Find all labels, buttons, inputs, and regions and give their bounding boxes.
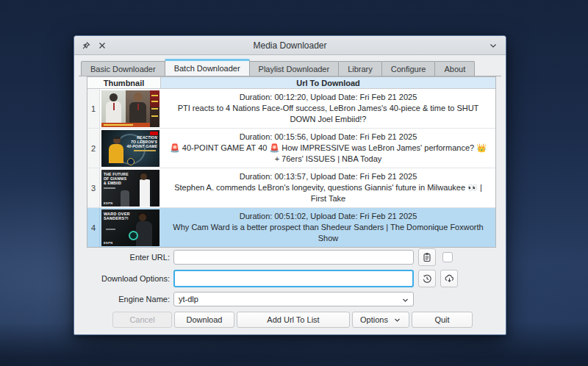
column-header-url[interactable]: Url To Download <box>161 77 495 88</box>
tab-label: Basic Downloader <box>90 65 156 73</box>
batch-table: Thumbnail Url To Download 1 <box>87 76 496 248</box>
tab-label: Batch Downloader <box>174 64 240 73</box>
chevron-down-icon <box>401 296 409 304</box>
video-thumbnail-pti <box>101 90 159 127</box>
espn-logo: ESPN <box>104 201 113 205</box>
tab-batch-downloader[interactable]: Batch Downloader <box>165 59 250 76</box>
download-button[interactable]: Download <box>174 312 234 328</box>
tab-about[interactable]: About <box>434 61 475 76</box>
engine-row: Engine Name: yt-dlp <box>74 291 414 307</box>
row-number: 3 <box>87 168 100 207</box>
tab-label: Playlist Downloader <box>259 65 330 73</box>
tab-bar: Basic Downloader Batch Downloader Playli… <box>81 59 474 76</box>
window-content: Basic Downloader Batch Downloader Playli… <box>74 56 506 334</box>
cloud-download-button[interactable] <box>440 270 458 287</box>
options-label: Options <box>360 315 388 324</box>
cancel-button[interactable]: Cancel <box>112 312 172 328</box>
tab-configure[interactable]: Configure <box>381 61 436 76</box>
chevron-down-icon <box>489 41 498 50</box>
tab-label: About <box>444 65 465 73</box>
chevron-down-icon <box>393 316 401 324</box>
clipboard-icon <box>422 252 432 262</box>
tab-playlist-downloader[interactable]: Playlist Downloader <box>249 61 340 76</box>
quit-button[interactable]: Quit <box>412 312 473 328</box>
download-options-label: Download Options: <box>74 274 170 283</box>
window-title: Media Downloader <box>74 40 506 51</box>
nba-today-logo <box>127 158 135 165</box>
shade-button[interactable] <box>487 39 500 52</box>
table-row[interactable]: 2 REACTION TO LEBRON'S 40-POINT GAME <box>87 129 495 168</box>
titlebar[interactable]: Media Downloader <box>74 36 506 55</box>
add-url-to-list-button[interactable]: Add Url To List <box>237 312 350 328</box>
row-duration: Duration: 00:51:02, Upload Date: Fri Feb… <box>240 211 417 222</box>
url-checkbox[interactable] <box>442 252 453 262</box>
row-number: 2 <box>87 129 100 168</box>
thumbnail-headline: REACTION TO LEBRON'S 40-POINT GAME <box>127 135 158 148</box>
row-title: PTI reacts to 4 Nations Face-Off success… <box>168 103 488 125</box>
history-icon <box>422 273 432 284</box>
row-title: 🚨 40-POINT GAME AT 40 🚨 How IMPRESSIVE w… <box>168 143 488 165</box>
table-row-selected[interactable]: 4 WARD OVER SANDERS?! ESPN <box>87 208 495 248</box>
download-options-row: Download Options: <box>74 269 458 288</box>
url-label: Enter URL: <box>74 253 170 262</box>
video-thumbnail-lebron-reaction: REACTION TO LEBRON'S 40-POINT GAME <box>101 130 159 167</box>
url-row: Enter URL: <box>74 248 453 266</box>
row-number: 1 <box>87 89 100 128</box>
thumbnail-headline: THE FUTURE OF GIANNIS & EMBIID <box>104 172 129 185</box>
download-options-input[interactable] <box>173 270 414 287</box>
media-downloader-window: Media Downloader Basic Downloader Batch … <box>74 35 506 335</box>
engine-select[interactable]: yt-dlp <box>173 292 414 306</box>
video-thumbnail-giannis-embiid: THE FUTURE OF GIANNIS & EMBIID ESPN <box>101 170 159 207</box>
clipboard-button[interactable] <box>418 248 436 266</box>
engine-selected-value: yt-dlp <box>179 295 198 304</box>
espn-logo: ESPN <box>104 241 113 245</box>
column-header-thumbnail[interactable]: Thumbnail <box>87 77 161 88</box>
table-header: Thumbnail Url To Download <box>87 77 495 89</box>
row-duration: Duration: 00:12:20, Upload Date: Fri Feb… <box>240 92 417 103</box>
tab-label: Library <box>348 65 373 73</box>
button-row: Cancel Download Add Url To List Options … <box>112 312 475 328</box>
history-button[interactable] <box>418 270 436 287</box>
row-duration: Duration: 00:13:57, Upload Date: Fri Feb… <box>240 171 417 182</box>
tab-library[interactable]: Library <box>338 61 382 76</box>
engine-label: Engine Name: <box>74 295 170 304</box>
options-menu-button[interactable]: Options <box>352 312 409 328</box>
table-row[interactable]: 3 THE FUTURE OF GIANNIS & EMBIID ES <box>87 168 495 208</box>
tab-basic-downloader[interactable]: Basic Downloader <box>81 61 165 76</box>
row-title: Why Cam Ward is a better prospect than S… <box>168 222 488 244</box>
url-input[interactable] <box>173 250 414 265</box>
row-duration: Duration: 00:15:56, Upload Date: Fri Feb… <box>240 132 417 143</box>
table-row[interactable]: 1 <box>87 89 495 129</box>
thumbnail-headline: WARD OVER SANDERS?! <box>104 212 130 221</box>
row-title: Stephen A. commends LeBron's longevity, … <box>168 182 488 204</box>
row-number: 4 <box>87 208 100 247</box>
show-logo <box>129 231 138 240</box>
tab-label: Configure <box>391 65 426 73</box>
cloud-download-icon <box>444 273 455 284</box>
video-thumbnail-ward-sanders: WARD OVER SANDERS?! ESPN <box>101 209 159 246</box>
